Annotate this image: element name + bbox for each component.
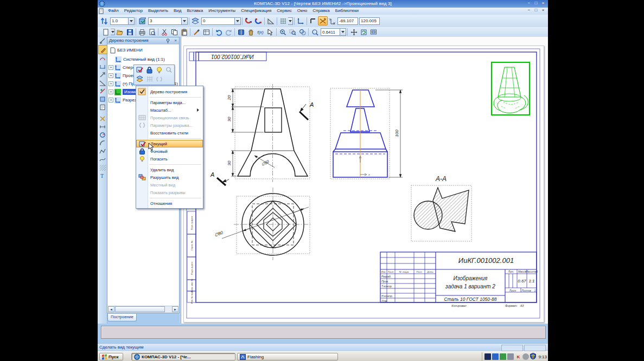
zoom-combo[interactable]: 0.6411 (321, 28, 340, 36)
make-current-icon[interactable] (136, 66, 144, 76)
layer-combo-arrow[interactable] (235, 17, 241, 25)
tray-volume-icon[interactable] (522, 353, 529, 360)
task-kompas[interactable]: КОМПАС-3D V12 - [Че... (131, 353, 235, 360)
scale-combo[interactable]: 1.0 (110, 17, 129, 25)
tool-measure-icon[interactable] (98, 37, 106, 45)
tray-shield-icon[interactable] (530, 353, 536, 360)
undo-button[interactable] (214, 28, 224, 37)
tool-circle-icon[interactable] (98, 131, 106, 139)
context-item-tree[interactable]: Дерево построения (136, 88, 203, 95)
tool-selection-icon[interactable] (98, 95, 106, 103)
menu-editor[interactable]: Редактор (122, 8, 145, 14)
isometric-view-selected[interactable] (492, 62, 530, 115)
menu-help[interactable]: Справка (310, 8, 332, 14)
tool-designations-icon[interactable] (98, 70, 106, 79)
variables-button[interactable]: f(x) (256, 28, 265, 37)
layer-icon[interactable] (190, 16, 200, 25)
context-item-hide[interactable]: Погасить (136, 155, 203, 163)
mdi-restore-button[interactable]: □ (533, 8, 539, 13)
tray-kaspersky-icon[interactable]: K (515, 353, 521, 360)
menu-insert[interactable]: Вставка (184, 8, 206, 14)
print-button[interactable] (137, 28, 147, 37)
tray-network-icon[interactable] (500, 353, 506, 360)
menu-file[interactable]: Файл (105, 8, 122, 14)
context-item-background[interactable]: Фоновый (136, 147, 203, 155)
breaks-icon[interactable] (155, 75, 163, 85)
tool-arc-icon[interactable] (98, 139, 106, 147)
delete-objects-button[interactable] (246, 28, 256, 37)
task-flashing[interactable]: Flashing (237, 353, 338, 360)
mdi-minimize-button[interactable]: − (526, 8, 532, 13)
tree-root[interactable]: БЕЗ ИМЕНИ (107, 46, 179, 54)
context-item-break-params[interactable]: Параметры разрыва... (136, 121, 203, 129)
rounding-snap-icon[interactable] (318, 16, 328, 25)
expander-icon[interactable] (109, 65, 113, 70)
tray-update-icon[interactable] (507, 353, 514, 360)
new-document-arrow[interactable] (111, 29, 115, 35)
hide-bulb-icon[interactable] (155, 66, 163, 76)
local-csys-icon[interactable] (296, 16, 305, 25)
layers-icon[interactable] (136, 75, 144, 85)
grid-icon[interactable] (278, 16, 288, 25)
zoom-view-icon[interactable] (165, 66, 173, 76)
top-view[interactable]: ∅80 (214, 188, 312, 260)
grid-small-icon[interactable] (145, 75, 154, 85)
pin-icon[interactable] (165, 38, 170, 44)
context-item-projection-link[interactable]: Проекционная связь (136, 114, 203, 121)
zoom-in-button[interactable] (278, 28, 288, 37)
tool-parametrize-icon[interactable] (98, 87, 106, 95)
expander-icon[interactable] (109, 81, 113, 86)
print-preview-button[interactable] (147, 28, 157, 37)
menu-libraries[interactable]: Библиотеки (333, 8, 361, 14)
tool-angle-icon[interactable] (98, 79, 106, 87)
projection-view-current[interactable]: x 100 (330, 88, 403, 179)
tray-display-icon[interactable] (492, 353, 499, 360)
view-number-combo[interactable]: 3 (148, 17, 182, 25)
close-button[interactable]: × (540, 1, 546, 6)
context-item-scale[interactable]: Масштаб... (136, 106, 203, 114)
context-item-current[interactable]: Текущий (136, 140, 203, 147)
minimize-button[interactable]: − (526, 1, 532, 6)
paste-button[interactable] (179, 28, 189, 37)
tool-reports-icon[interactable] (98, 114, 106, 123)
expander-icon[interactable] (109, 98, 113, 102)
pan-button[interactable] (349, 28, 359, 37)
view-number-combo-arrow[interactable] (182, 17, 188, 25)
properties-grid-icon[interactable] (201, 28, 211, 37)
coord-y-input[interactable]: 120.005 (359, 17, 380, 25)
tab-postroenie[interactable]: Построение (107, 314, 137, 321)
tool-specification-icon[interactable] (98, 103, 106, 111)
context-item-delete-view[interactable]: Удалить вид (136, 166, 203, 173)
context-item-view-params[interactable]: Параметры вида... (136, 99, 203, 106)
zoom-all-button[interactable] (310, 28, 320, 37)
drawing-canvas[interactable]: ИиКГ.001002.001 Перв. примен. Справ. № П… (181, 37, 548, 324)
expander-icon[interactable] (109, 73, 113, 78)
scroll-thumb[interactable] (115, 306, 165, 312)
refresh-view-button[interactable] (359, 28, 368, 37)
show-all-button[interactable] (368, 28, 378, 37)
format-painter-button[interactable] (192, 28, 201, 37)
expander-icon[interactable] (109, 89, 113, 94)
menu-service[interactable]: Сервис (274, 8, 294, 14)
tool-insert-icon[interactable] (98, 123, 106, 131)
library-manager-button[interactable] (236, 28, 246, 37)
scale-combo-arrow[interactable] (129, 17, 135, 25)
zoom-combo-arrow[interactable] (340, 28, 346, 36)
scroll-left-icon[interactable]: ◄ (108, 306, 114, 312)
scroll-right-icon[interactable]: ► (172, 306, 178, 312)
tray-language-icon[interactable] (484, 353, 491, 360)
context-item-show-breaks[interactable]: Показать разрывы (136, 189, 203, 196)
tool-curve-icon[interactable] (98, 155, 106, 163)
tree-close-icon[interactable]: × (174, 38, 177, 43)
maximize-button[interactable]: □ (533, 1, 539, 6)
save-button[interactable] (125, 28, 135, 37)
section-view[interactable]: А-А (411, 175, 471, 241)
angle-snap-icon[interactable] (266, 16, 276, 25)
tree-item-system-view[interactable]: Системный вид (1:1) (107, 55, 187, 63)
ortho-icon[interactable] (308, 16, 318, 25)
context-item-local-view[interactable]: Местный вид (136, 181, 203, 189)
new-document-button[interactable] (101, 28, 111, 37)
context-item-relations[interactable]: Отношения (136, 199, 203, 207)
menu-tools[interactable]: Инструменты (206, 8, 238, 14)
change-scale-icon[interactable] (99, 16, 109, 25)
